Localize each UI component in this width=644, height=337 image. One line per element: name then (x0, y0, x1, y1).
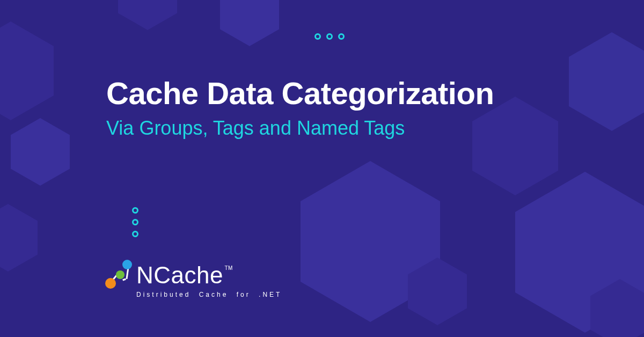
page-subtitle: Via Groups, Tags and Named Tags (106, 117, 405, 140)
decorative-dots-vertical (132, 207, 138, 237)
ncache-logo-text: NCache TM (136, 262, 223, 289)
decorative-dots-horizontal (314, 33, 345, 40)
ncache-logo-icon (105, 260, 132, 289)
ncache-logo: NCache TM Distributed Cache for .NET (105, 260, 282, 298)
trademark-symbol: TM (225, 265, 233, 271)
ncache-tagline: Distributed Cache for .NET (136, 291, 282, 298)
page-title: Cache Data Categorization (106, 75, 494, 111)
